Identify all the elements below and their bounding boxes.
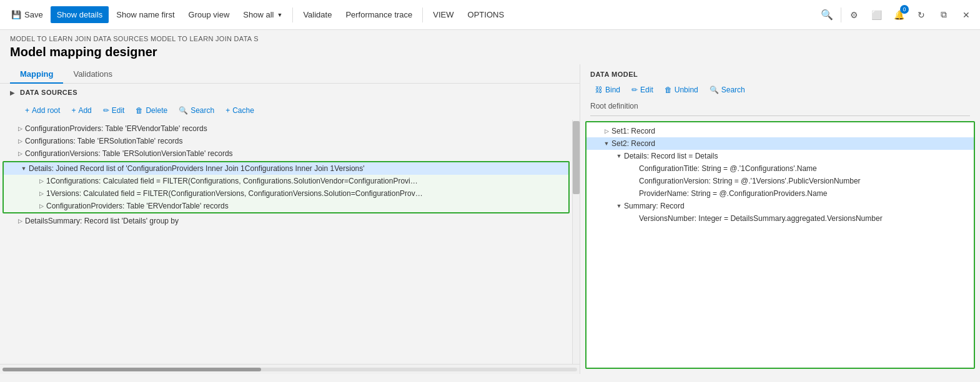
list-item[interactable]: ProviderName: String = @.ConfigurationPr…	[587, 187, 974, 200]
tree-item-text: ConfigurationProviders: Table 'ERVendorT…	[46, 202, 229, 210]
list-item[interactable]: ▼ Details: Joined Record list of 'Config…	[4, 162, 568, 175]
expand-icon: ▷	[15, 138, 25, 144]
cache-icon: +	[225, 106, 230, 115]
dm-edit-button[interactable]: ✏ Edit	[626, 83, 658, 97]
list-item[interactable]: ▷ Set1: Record	[587, 125, 974, 137]
collapse-icon: ▼	[601, 140, 611, 147]
settings-icon[interactable]: ⚙	[845, 6, 863, 24]
left-panel: Mapping Validations ▶ DATA SOURCES + Add…	[0, 64, 580, 374]
add-button[interactable]: + Add	[66, 104, 96, 117]
tree-item-text: Set2: Record	[611, 139, 655, 148]
separator-1	[292, 7, 293, 22]
unbind-button[interactable]: 🗑 Unbind	[660, 83, 703, 97]
collapse-icon: ▼	[19, 165, 29, 172]
list-item[interactable]: ConfigurationTitle: String = @.'1Configu…	[587, 162, 974, 175]
data-sources-header: ▶ DATA SOURCES	[0, 84, 580, 101]
tree-wrapper: ▷ ConfigurationProviders: Table 'ERVendo…	[0, 120, 580, 364]
list-item[interactable]: ▷ 1Versions: Calculated field = FILTER(C…	[4, 187, 568, 200]
tree-item-text: VersionsNumber: Integer = DetailsSummary…	[639, 214, 883, 223]
list-item[interactable]: ▼ Set2: Record	[587, 137, 974, 150]
edit-icon: ✏	[103, 106, 109, 115]
edit-button[interactable]: ✏ Edit	[98, 104, 130, 117]
data-sources-toolbar: + Add root + Add ✏ Edit 🗑 Delete 🔍 Searc…	[0, 101, 580, 120]
root-definition-label: Root definition	[580, 99, 980, 115]
save-icon: 💾	[11, 10, 21, 19]
bind-button[interactable]: ⛓ Bind	[590, 83, 625, 97]
notification-icon[interactable]: 🔔 0	[890, 6, 908, 24]
tree-item-text: Configurations: Table 'ERSolutionTable' …	[25, 137, 183, 145]
expand-icon: ▷	[601, 128, 611, 134]
performance-trace-button[interactable]: Performance trace	[339, 6, 418, 23]
bind-icon: ⛓	[595, 86, 603, 94]
vertical-scrollbar[interactable]	[572, 120, 580, 364]
details-group-highlighted: ▼ Details: Joined Record list of 'Config…	[2, 161, 570, 213]
show-name-first-button[interactable]: Show name first	[110, 6, 181, 23]
separator-2	[422, 7, 423, 22]
breadcrumb: MODEL TO LEARN JOIN DATA SOURCES MODEL T…	[0, 30, 980, 44]
tree-item-text: ConfigurationVersion: String = @.'1Versi…	[639, 177, 861, 185]
dm-search-button[interactable]: 🔍 Search	[705, 83, 750, 97]
horizontal-scrollbar-thumb[interactable]	[2, 368, 261, 371]
right-panel: DATA MODEL ⛓ Bind ✏ Edit 🗑 Unbind 🔍 Sear…	[580, 64, 980, 374]
list-item[interactable]: ▼ Summary: Record	[587, 200, 974, 212]
view-button[interactable]: VIEW	[427, 6, 460, 23]
list-item[interactable]: ▼ Details: Record list = Details	[587, 150, 974, 162]
tree-item-text: ConfigurationProviders: Table 'ERVendorT…	[25, 124, 207, 133]
expand-icon: ▷	[36, 203, 46, 209]
expand-icon: ▷	[36, 178, 46, 184]
global-search-button[interactable]: 🔍	[817, 5, 837, 24]
global-search-icon: 🔍	[821, 9, 833, 21]
show-all-button[interactable]: Show all ▼	[237, 6, 289, 23]
add-root-button[interactable]: + Add root	[20, 104, 65, 117]
main-toolbar: 💾 Save Show details Show name first Grou…	[0, 0, 980, 30]
list-item[interactable]: ▷ DetailsSummary: Record list 'Details' …	[0, 215, 572, 227]
tree-item-text: Set1: Record	[611, 127, 655, 135]
refresh-icon[interactable]: ↻	[913, 6, 930, 24]
list-item[interactable]: ConfigurationVersion: String = @.'1Versi…	[587, 175, 974, 187]
collapse-icon: ▼	[614, 153, 624, 159]
tree-item-text: ConfigurationVersions: Table 'ERSolution…	[25, 149, 233, 158]
save-button[interactable]: 💾 Save	[5, 6, 49, 23]
expand-icon: ▷	[15, 150, 25, 157]
tree-item-text: Summary: Record	[624, 202, 685, 210]
options-button[interactable]: OPTIONS	[462, 6, 511, 23]
close-icon[interactable]: ✕	[958, 6, 975, 24]
scrollbar-thumb[interactable]	[573, 121, 580, 194]
expand-icon: ▷	[15, 125, 25, 132]
delete-button[interactable]: 🗑 Delete	[131, 104, 172, 117]
tree-item-text: DetailsSummary: Record list 'Details' gr…	[25, 217, 179, 225]
group-view-button[interactable]: Group view	[182, 6, 236, 23]
list-item[interactable]: ▷ Configurations: Table 'ERSolutionTable…	[0, 135, 572, 147]
dm-divider	[590, 115, 970, 116]
list-item[interactable]: ▷ 1Configurations: Calculated field = FI…	[4, 175, 568, 187]
tab-validations[interactable]: Validations	[63, 64, 122, 84]
add-root-icon: +	[25, 106, 29, 115]
restore-icon[interactable]: ⧉	[935, 6, 953, 24]
delete-icon: 🗑	[136, 106, 143, 115]
show-details-button[interactable]: Show details	[51, 6, 109, 23]
list-item[interactable]: VersionsNumber: Integer = DetailsSummary…	[587, 212, 974, 225]
data-sources-toggle[interactable]: ▶	[10, 89, 15, 96]
office-icon[interactable]: ⬜	[868, 6, 885, 24]
list-item[interactable]: ▷ ConfigurationVersions: Table 'ERSoluti…	[0, 147, 572, 160]
tree-item-text: Details: Record list = Details	[624, 152, 718, 160]
main-content: Mapping Validations ▶ DATA SOURCES + Add…	[0, 64, 980, 374]
expand-icon: ▷	[36, 190, 46, 197]
list-item[interactable]: ▷ ConfigurationProviders: Table 'ERVendo…	[4, 200, 568, 212]
horizontal-scrollbar-track[interactable]	[2, 368, 577, 371]
add-icon: +	[71, 106, 76, 115]
unbind-icon: 🗑	[665, 86, 672, 94]
cache-button[interactable]: + Cache	[220, 104, 259, 117]
page-title: Model mapping designer	[0, 44, 980, 64]
data-sources-tree: ▷ ConfigurationProviders: Table 'ERVendo…	[0, 120, 572, 364]
dm-edit-icon: ✏	[631, 86, 638, 94]
search-button[interactable]: 🔍 Search	[174, 104, 219, 117]
dm-search-icon: 🔍	[710, 86, 719, 94]
tree-item-text: Details: Joined Record list of 'Configur…	[29, 164, 365, 173]
validate-button[interactable]: Validate	[297, 6, 338, 23]
list-item[interactable]: ▷ ConfigurationProviders: Table 'ERVendo…	[0, 122, 572, 135]
horizontal-scrollbar-area	[0, 364, 580, 374]
tree-item-text: ConfigurationTitle: String = @.'1Configu…	[639, 164, 817, 173]
search-icon: 🔍	[179, 106, 188, 115]
tab-mapping[interactable]: Mapping	[10, 64, 63, 84]
